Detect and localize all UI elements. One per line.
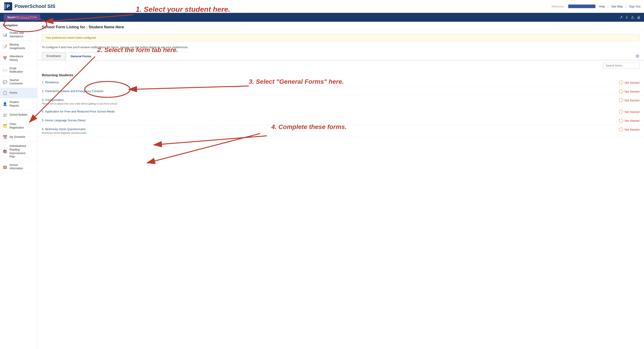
download-icon[interactable]: ⇩ — [625, 15, 628, 20]
sidebar-item-label: My Schedule — [10, 135, 25, 139]
not-started-circle-icon — [619, 98, 623, 102]
form-item-transportation: 3. Transportation Please tell us about h… — [37, 96, 644, 108]
my-schedule-icon: 📆 — [2, 134, 8, 140]
form-item-parents-guardians: 2. Parents/Guardians and Emergency Conta… — [37, 87, 644, 96]
sidebar-item-label: MissingAssignments — [10, 43, 25, 50]
tabs: Enrollment General Forms — [42, 52, 96, 60]
sidebar-item-label: TeacherComments — [10, 79, 22, 86]
sidebar-item-missing-assignments[interactable]: 📝 MissingAssignments — [0, 41, 37, 53]
logo-text: PowerSchool SIS — [14, 4, 56, 9]
logo-area: P PowerSchool SIS — [4, 2, 56, 11]
school-information-icon: 🏫 — [2, 164, 8, 170]
sitemap-link[interactable]: Site Map — [611, 5, 623, 8]
status-not-started-parents-guardians: Not Started — [619, 89, 640, 94]
nav-label: Navigation — [0, 22, 37, 29]
grades-attendance-icon: 📊 — [2, 32, 8, 38]
form-item-home-language: 5. Home Language Survey (New) Not Starte… — [37, 116, 644, 125]
notification-banner: Your preferences haven't been configured… — [42, 34, 640, 42]
alert-icon[interactable]: ⚠ — [631, 15, 634, 20]
form-desc-mckinney-vento: McKinney-Vento Eligibility Questionnaire — [42, 132, 86, 134]
sidebar-item-label: Grades andAttendance — [10, 31, 24, 38]
search-row — [37, 61, 644, 71]
sidebar-item-school-bulletin[interactable]: 📰 School Bulletin — [0, 110, 37, 120]
sidebar-item-label: School Bulletin — [10, 113, 27, 117]
not-started-circle-icon — [619, 127, 623, 132]
form-desc-transportation: Please tell us about how your child will… — [42, 102, 118, 105]
students-listed-button[interactable]: Students Listed Here — [4, 14, 40, 20]
missing-assignments-icon: 📝 — [2, 44, 8, 49]
search-input[interactable] — [603, 63, 640, 69]
form-link-parents-guardians[interactable]: 2. Parents/Guardians and Emergency Conta… — [42, 89, 103, 93]
sidebar-item-label: SchoolInformation — [10, 163, 23, 170]
content-area: School Form Listing for : Student Name H… — [37, 22, 644, 349]
attendance-history-icon: 📅 — [2, 56, 8, 61]
main-layout: Navigation 📊 Grades andAttendance 📝 Miss… — [0, 22, 644, 349]
notification-body-text: To configure if and how you'll receive n… — [37, 44, 644, 52]
form-item-mckinney-vento: 6. McKinney Vento Questionnaire McKinney… — [37, 125, 644, 137]
sidebar-item-class-registration[interactable]: 🗂️ ClassRegistration — [0, 120, 37, 132]
status-not-started-transportation: Not Started — [619, 98, 640, 102]
sidebar-item-teacher-comments[interactable]: 💬 TeacherComments — [0, 76, 37, 88]
sidebar-item-label: ClassRegistration — [10, 122, 24, 129]
sidebar-item-label: AttendanceHistory — [10, 55, 23, 62]
form-link-residency[interactable]: 1. Residency — [42, 81, 59, 84]
welcome-label: Welcome, — [552, 5, 565, 8]
status-not-started-home-language: Not Started — [619, 119, 640, 123]
svg-text:P: P — [6, 4, 10, 9]
welcome-bar: Students Listed Here ↗ ⇩ ⚠ 🖨 — [0, 13, 644, 22]
tabs-row: Enrollment General Forms ⚙ — [37, 52, 644, 61]
toolbar-icons: ↗ ⇩ ⚠ 🖨 — [620, 15, 640, 20]
section-header: Returning Students — [37, 71, 644, 78]
sidebar-item-student-reports[interactable]: 👤 StudentReports — [0, 98, 37, 110]
sidebar-item-individualized-reading[interactable]: 📚 IndividualizedReadingImprovementPlan — [0, 142, 37, 161]
sidebar-item-attendance-history[interactable]: 📅 AttendanceHistory — [0, 53, 37, 64]
not-started-circle-icon — [619, 89, 623, 94]
notification-banner-text: Your preferences haven't been configured… — [46, 36, 96, 39]
form-link-free-reduced-meals[interactable]: 4. Application for Free and Reduced Pric… — [42, 110, 115, 113]
sidebar-item-my-schedule[interactable]: 📆 My Schedule — [0, 132, 37, 142]
form-link-transportation[interactable]: 3. Transportation — [42, 98, 64, 102]
school-bulletin-icon: 📰 — [2, 112, 8, 118]
sidebar-item-forms[interactable]: 📋 Forms — [0, 88, 37, 98]
email-notification-icon: ✉️ — [2, 68, 8, 73]
sidebar-item-school-information[interactable]: 🏫 SchoolInformation — [0, 161, 37, 173]
page-title: School Form Listing for : Student Name H… — [42, 25, 640, 30]
signout-link[interactable]: Sign Out — [629, 5, 640, 8]
top-nav: Welcome, Help | Site Map | Sign Out — [552, 5, 640, 8]
student-reports-icon: 👤 — [2, 101, 8, 107]
print-icon[interactable]: 🖨 — [637, 16, 640, 20]
form-item-free-reduced-meals: 4. Application for Free and Reduced Pric… — [37, 108, 644, 116]
class-registration-icon: 🗂️ — [2, 123, 8, 129]
not-started-circle-icon — [619, 119, 623, 123]
sidebar: Navigation 📊 Grades andAttendance 📝 Miss… — [0, 22, 37, 349]
gear-icon[interactable]: ⚙ — [636, 54, 640, 59]
teacher-comments-icon: 💬 — [2, 79, 8, 85]
sidebar-item-email-notification[interactable]: ✉️ EmailNotification — [0, 65, 37, 76]
status-not-started-free-reduced: Not Started — [619, 110, 640, 114]
external-link-icon[interactable]: ↗ — [620, 15, 622, 20]
sidebar-item-grades-attendance[interactable]: 📊 Grades andAttendance — [0, 29, 37, 41]
top-bar: P PowerSchool SIS Welcome, Help | Site M… — [0, 0, 644, 13]
tab-general-forms[interactable]: General Forms — [66, 53, 96, 60]
welcome-name-redacted — [568, 5, 596, 8]
form-link-mckinney-vento[interactable]: 6. McKinney Vento Questionnaire — [42, 127, 86, 131]
tab-enrollment[interactable]: Enrollment — [42, 52, 65, 60]
individualized-reading-icon: 📚 — [2, 149, 8, 154]
form-link-home-language[interactable]: 5. Home Language Survey (New) — [42, 119, 86, 122]
not-started-circle-icon — [619, 81, 623, 85]
not-started-circle-icon — [619, 110, 623, 114]
sidebar-item-label: IndividualizedReadingImprovementPlan — [10, 144, 26, 158]
powerschool-logo-icon: P — [4, 2, 13, 11]
forms-icon: 📋 — [2, 90, 8, 96]
content-header: School Form Listing for : Student Name H… — [37, 22, 644, 32]
sidebar-item-label: StudentReports — [10, 101, 19, 108]
sidebar-item-label: Forms — [10, 91, 17, 95]
status-not-started-residency: Not Started — [619, 81, 640, 85]
status-not-started-mckinney-vento: Not Started — [619, 127, 640, 132]
sidebar-item-label: EmailNotification — [10, 67, 23, 74]
help-link[interactable]: Help — [599, 5, 605, 8]
form-item-residency: 1. Residency Not Started — [37, 78, 644, 87]
